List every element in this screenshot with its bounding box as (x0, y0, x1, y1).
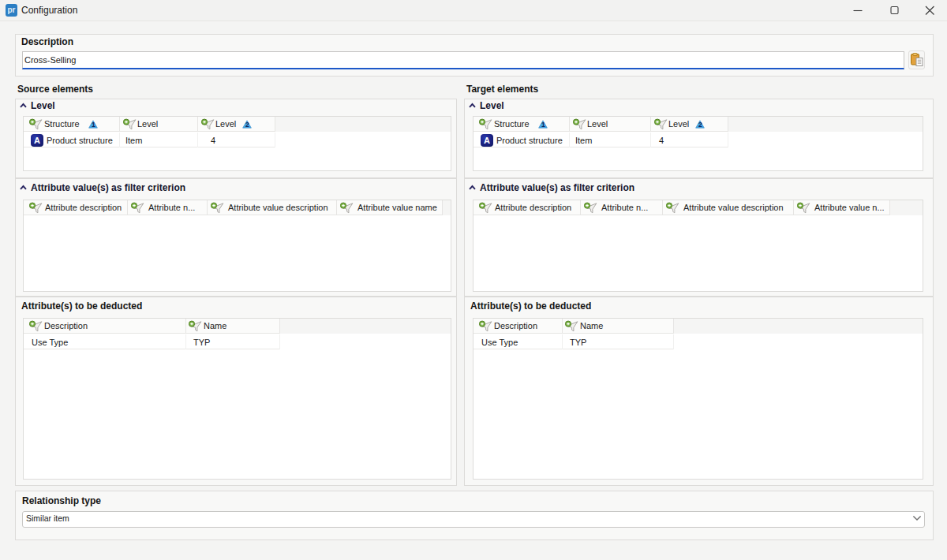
svg-text:1: 1 (541, 121, 545, 129)
svg-text:1: 1 (92, 121, 95, 129)
svg-text:2: 2 (698, 121, 702, 129)
svg-text:2: 2 (245, 121, 249, 129)
